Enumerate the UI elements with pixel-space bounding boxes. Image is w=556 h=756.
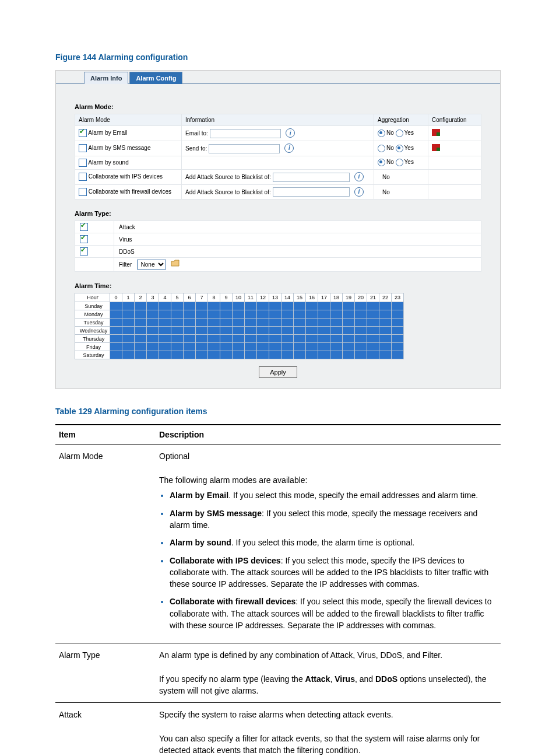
slot-saturday-16[interactable] bbox=[306, 351, 318, 359]
slot-thursday-1[interactable] bbox=[122, 335, 135, 343]
slot-monday-9[interactable] bbox=[220, 310, 233, 318]
slot-sunday-3[interactable] bbox=[147, 302, 159, 310]
slot-friday-14[interactable] bbox=[281, 343, 294, 351]
slot-monday-11[interactable] bbox=[245, 310, 257, 318]
slot-saturday-14[interactable] bbox=[281, 351, 294, 359]
slot-monday-23[interactable] bbox=[392, 310, 404, 318]
slot-thursday-2[interactable] bbox=[135, 335, 147, 343]
slot-wednesday-14[interactable] bbox=[281, 327, 294, 335]
slot-saturday-15[interactable] bbox=[294, 351, 306, 359]
slot-wednesday-3[interactable] bbox=[147, 327, 159, 335]
slot-tuesday-11[interactable] bbox=[245, 318, 257, 327]
slot-friday-3[interactable] bbox=[147, 343, 159, 351]
info-icon[interactable]: i bbox=[284, 144, 294, 153]
slot-tuesday-14[interactable] bbox=[281, 318, 294, 327]
slot-wednesday-2[interactable] bbox=[135, 327, 147, 335]
slot-sunday-18[interactable] bbox=[330, 302, 343, 310]
slot-saturday-23[interactable] bbox=[392, 351, 404, 359]
slot-sunday-17[interactable] bbox=[318, 302, 330, 310]
slot-friday-23[interactable] bbox=[392, 343, 404, 351]
slot-tuesday-22[interactable] bbox=[379, 318, 392, 327]
slot-tuesday-3[interactable] bbox=[147, 318, 159, 327]
slot-sunday-22[interactable] bbox=[379, 302, 392, 310]
slot-sunday-16[interactable] bbox=[306, 302, 318, 310]
slot-friday-22[interactable] bbox=[379, 343, 392, 351]
slot-thursday-17[interactable] bbox=[318, 335, 330, 343]
slot-monday-16[interactable] bbox=[306, 310, 318, 318]
slot-thursday-0[interactable] bbox=[110, 335, 122, 343]
slot-sunday-20[interactable] bbox=[355, 302, 367, 310]
check-type-ddos[interactable] bbox=[80, 247, 88, 256]
slot-thursday-21[interactable] bbox=[367, 335, 379, 343]
alarm-time-grid[interactable]: Hour012345678910111213141516171819202122… bbox=[75, 293, 404, 359]
tab-alarm-info[interactable]: Alarm Info bbox=[84, 72, 128, 84]
slot-saturday-19[interactable] bbox=[343, 351, 355, 359]
slot-saturday-10[interactable] bbox=[233, 351, 245, 359]
slot-saturday-21[interactable] bbox=[367, 351, 379, 359]
slot-sunday-21[interactable] bbox=[367, 302, 379, 310]
slot-tuesday-17[interactable] bbox=[318, 318, 330, 327]
input-sendto[interactable] bbox=[209, 144, 280, 153]
slot-sunday-1[interactable] bbox=[122, 302, 135, 310]
slot-friday-18[interactable] bbox=[330, 343, 343, 351]
slot-friday-4[interactable] bbox=[159, 343, 171, 351]
config-flag-icon[interactable] bbox=[432, 144, 440, 151]
apply-button[interactable]: Apply bbox=[259, 366, 297, 378]
slot-saturday-17[interactable] bbox=[318, 351, 330, 359]
slot-thursday-18[interactable] bbox=[330, 335, 343, 343]
slot-saturday-4[interactable] bbox=[159, 351, 171, 359]
radio-sound-no[interactable] bbox=[378, 159, 385, 166]
slot-tuesday-6[interactable] bbox=[184, 318, 196, 327]
slot-sunday-12[interactable] bbox=[257, 302, 269, 310]
slot-wednesday-17[interactable] bbox=[318, 327, 330, 335]
slot-thursday-3[interactable] bbox=[147, 335, 159, 343]
slot-tuesday-18[interactable] bbox=[330, 318, 343, 327]
info-icon[interactable]: i bbox=[354, 172, 364, 181]
slot-thursday-10[interactable] bbox=[233, 335, 245, 343]
slot-thursday-4[interactable] bbox=[159, 335, 171, 343]
slot-friday-20[interactable] bbox=[355, 343, 367, 351]
slot-thursday-16[interactable] bbox=[306, 335, 318, 343]
slot-tuesday-5[interactable] bbox=[171, 318, 184, 327]
slot-wednesday-0[interactable] bbox=[110, 327, 122, 335]
slot-monday-21[interactable] bbox=[367, 310, 379, 318]
slot-saturday-11[interactable] bbox=[245, 351, 257, 359]
slot-saturday-20[interactable] bbox=[355, 351, 367, 359]
slot-thursday-8[interactable] bbox=[208, 335, 220, 343]
slot-tuesday-0[interactable] bbox=[110, 318, 122, 327]
slot-tuesday-21[interactable] bbox=[367, 318, 379, 327]
slot-monday-14[interactable] bbox=[281, 310, 294, 318]
slot-saturday-5[interactable] bbox=[171, 351, 184, 359]
input-ips-blacklist[interactable] bbox=[273, 173, 350, 182]
slot-wednesday-4[interactable] bbox=[159, 327, 171, 335]
slot-sunday-14[interactable] bbox=[281, 302, 294, 310]
slot-wednesday-22[interactable] bbox=[379, 327, 392, 335]
slot-monday-20[interactable] bbox=[355, 310, 367, 318]
slot-thursday-20[interactable] bbox=[355, 335, 367, 343]
slot-wednesday-19[interactable] bbox=[343, 327, 355, 335]
slot-friday-5[interactable] bbox=[171, 343, 184, 351]
slot-sunday-10[interactable] bbox=[233, 302, 245, 310]
slot-tuesday-7[interactable] bbox=[196, 318, 208, 327]
slot-tuesday-2[interactable] bbox=[135, 318, 147, 327]
slot-tuesday-16[interactable] bbox=[306, 318, 318, 327]
slot-monday-19[interactable] bbox=[343, 310, 355, 318]
slot-friday-17[interactable] bbox=[318, 343, 330, 351]
slot-friday-7[interactable] bbox=[196, 343, 208, 351]
slot-sunday-0[interactable] bbox=[110, 302, 122, 310]
slot-sunday-11[interactable] bbox=[245, 302, 257, 310]
slot-friday-8[interactable] bbox=[208, 343, 220, 351]
slot-friday-6[interactable] bbox=[184, 343, 196, 351]
slot-monday-2[interactable] bbox=[135, 310, 147, 318]
slot-monday-12[interactable] bbox=[257, 310, 269, 318]
slot-wednesday-7[interactable] bbox=[196, 327, 208, 335]
slot-monday-22[interactable] bbox=[379, 310, 392, 318]
slot-wednesday-13[interactable] bbox=[269, 327, 281, 335]
slot-saturday-7[interactable] bbox=[196, 351, 208, 359]
check-type-attack[interactable] bbox=[80, 223, 88, 231]
slot-thursday-13[interactable] bbox=[269, 335, 281, 343]
slot-monday-1[interactable] bbox=[122, 310, 135, 318]
slot-saturday-2[interactable] bbox=[135, 351, 147, 359]
slot-tuesday-1[interactable] bbox=[122, 318, 135, 327]
slot-saturday-1[interactable] bbox=[122, 351, 135, 359]
